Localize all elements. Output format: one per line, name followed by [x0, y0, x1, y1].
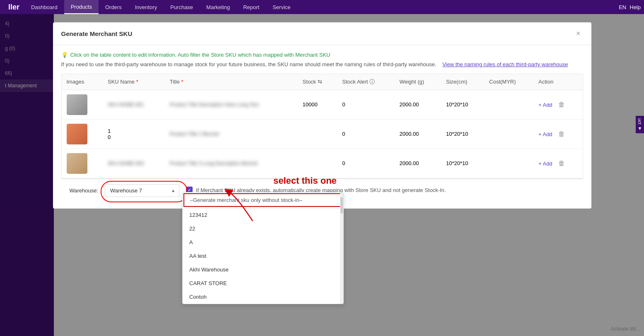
table-row: SKU-NAME-003 Product Title 3 Long Descri… — [62, 149, 583, 178]
modal-body: 💡 Click on the table content to edit inf… — [53, 45, 591, 209]
nav-marketing[interactable]: Marketing — [200, 0, 236, 14]
dropdown-option-22[interactable]: 22 — [183, 222, 343, 235]
dropdown-scrollbar-thumb — [340, 197, 343, 214]
warehouse-select-container: Warehouse 7 ▲ — [105, 184, 179, 197]
cell-weight-2[interactable]: 2000.00 — [394, 119, 441, 149]
warehouse-label: Warehouse: — [70, 187, 99, 194]
cell-sku-name-1[interactable]: SKU-NAME-001 — [103, 90, 165, 119]
modal-title: Generate Merchant SKU — [61, 30, 133, 37]
add-link-2[interactable]: + Add — [538, 131, 552, 137]
cell-sku-name-2[interactable]: 1 0 — [103, 119, 165, 149]
delete-btn-1[interactable]: 🗑 — [558, 101, 565, 108]
cell-image-2 — [62, 119, 103, 149]
sku-name-value-2b: 0 — [108, 134, 111, 140]
nav-dashboard[interactable]: Dashboard — [24, 0, 64, 14]
cell-title-3[interactable]: Product Title 3 Long Description Blurred — [165, 149, 298, 178]
cell-stock-2 — [298, 119, 338, 149]
modal-header: Generate Merchant SKU × — [53, 22, 591, 45]
col-size: Size(cm) — [441, 74, 484, 90]
sku-table: Images SKU Name * Title * Stock ⇆ Stock … — [62, 74, 583, 178]
title-value-2: Product Title 2 Blurred — [170, 131, 219, 137]
modal-close-button[interactable]: × — [574, 29, 583, 38]
table-row: 1 0 Product Title 2 Blurred 0 2000.00 10… — [62, 119, 583, 149]
dropdown-option-aa-test[interactable]: AA test — [183, 249, 343, 263]
title-value-1: Product Title Description Here Long Text — [170, 102, 259, 108]
col-images: Images — [62, 74, 103, 90]
dropdown-scrollbar[interactable] — [340, 192, 343, 304]
cell-image-3 — [62, 149, 103, 178]
nav-orders[interactable]: Orders — [99, 0, 128, 14]
table-container[interactable]: Images SKU Name * Title * Stock ⇆ Stock … — [61, 74, 583, 179]
delete-btn-3[interactable]: 🗑 — [558, 160, 565, 167]
sku-name-value-1: SKU-NAME-001 — [108, 102, 144, 108]
title-value-3: Product Title 3 Long Description Blurred — [170, 161, 258, 166]
warehouse-dropdown-popup: –Generate merchant sku only without stoc… — [182, 192, 344, 304]
naming-rules-link[interactable]: View the naming rules of each third-part… — [442, 61, 568, 67]
info-section: 💡 Click on the table content to edit inf… — [61, 52, 583, 69]
nav-report[interactable]: Report — [236, 0, 266, 14]
col-stock-alert: Stock Alert ⓘ — [337, 74, 394, 90]
cell-image-1 — [62, 90, 103, 119]
product-thumbnail-2 — [67, 124, 87, 144]
sku-name-value-3: SKU-NAME-003 — [108, 161, 144, 166]
cell-action-1: + Add 🗑 — [533, 90, 583, 119]
cell-cost-3[interactable] — [484, 149, 533, 178]
cell-size-1[interactable]: 10*20*10 — [441, 90, 484, 119]
info-secondary-text: If you need to use the third-party wareh… — [61, 60, 583, 69]
dropdown-option-carat[interactable]: CARAT STORE — [183, 276, 343, 290]
modal: Generate Merchant SKU × 💡 Click on the t… — [53, 22, 591, 209]
nav-right: EN Help — [619, 4, 641, 10]
nav-purchase[interactable]: Purchase — [164, 0, 200, 14]
sku-name-value-2: 1 — [108, 128, 111, 134]
cell-sku-name-3[interactable]: SKU-NAME-003 — [103, 149, 165, 178]
cell-stock-3 — [298, 149, 338, 178]
help-link[interactable]: Help — [630, 4, 641, 10]
dropdown-option-123412[interactable]: 123412 — [183, 208, 343, 222]
cell-action-2: + Add 🗑 — [533, 119, 583, 149]
cell-cost-1[interactable] — [484, 90, 533, 119]
info-primary-text: 💡 Click on the table content to edit inf… — [61, 52, 583, 58]
product-button[interactable]: uct ▼ — [636, 116, 644, 133]
col-cost: Cost(MYR) — [484, 74, 533, 90]
nav-items: Dashboard Products Orders Inventory Purc… — [24, 0, 297, 14]
modal-overlay: Generate Merchant SKU × 💡 Click on the t… — [0, 14, 644, 336]
product-thumbnail-1 — [67, 94, 87, 115]
cell-stock-alert-2[interactable]: 0 — [337, 119, 394, 149]
cell-cost-2[interactable] — [484, 119, 533, 149]
bulb-icon: 💡 — [61, 52, 68, 58]
cell-title-2[interactable]: Product Title 2 Blurred — [165, 119, 298, 149]
cell-title-1[interactable]: Product Title Description Here Long Text — [165, 90, 298, 119]
cell-action-3: + Add 🗑 — [533, 149, 583, 178]
cell-stock-alert-3[interactable]: 0 — [337, 149, 394, 178]
cell-stock-alert-1[interactable]: 0 — [337, 90, 394, 119]
product-thumbnail-3 — [67, 153, 87, 174]
cell-stock-1: 10000 — [298, 90, 338, 119]
col-title: Title * — [165, 74, 298, 90]
add-link-1[interactable]: + Add — [538, 102, 552, 108]
delete-btn-2[interactable]: 🗑 — [558, 130, 565, 137]
col-weight: Weight (g) — [394, 74, 441, 90]
navbar: ller Dashboard Products Orders Inventory… — [0, 0, 644, 14]
dropdown-option-contoh[interactable]: Contoh — [183, 290, 343, 304]
col-action: Action — [533, 74, 583, 90]
warehouse-select[interactable]: Warehouse 7 — [105, 184, 179, 197]
cell-weight-3[interactable]: 2000.00 — [394, 149, 441, 178]
nav-service[interactable]: Service — [266, 0, 297, 14]
dropdown-option-akhi[interactable]: Akhi Warehouse — [183, 263, 343, 276]
add-link-3[interactable]: + Add — [538, 161, 552, 167]
dropdown-option-a[interactable]: A — [183, 235, 343, 249]
info-primary-message: Click on the table content to edit infor… — [70, 52, 330, 58]
cell-size-3[interactable]: 10*20*10 — [441, 149, 484, 178]
table-row: SKU-NAME-001 Product Title Description H… — [62, 90, 583, 119]
col-stock: Stock ⇆ — [298, 74, 338, 90]
cell-weight-1[interactable]: 2000.00 — [394, 90, 441, 119]
lang-selector[interactable]: EN — [619, 4, 626, 10]
dropdown-option-no-stock[interactable]: –Generate merchant sku only without stoc… — [183, 193, 343, 207]
nav-products[interactable]: Products — [64, 0, 99, 14]
nav-inventory[interactable]: Inventory — [128, 0, 164, 14]
app-brand: ller — [3, 3, 24, 12]
cell-size-2[interactable]: 10*20*10 — [441, 119, 484, 149]
col-sku-name: SKU Name * — [103, 74, 165, 90]
